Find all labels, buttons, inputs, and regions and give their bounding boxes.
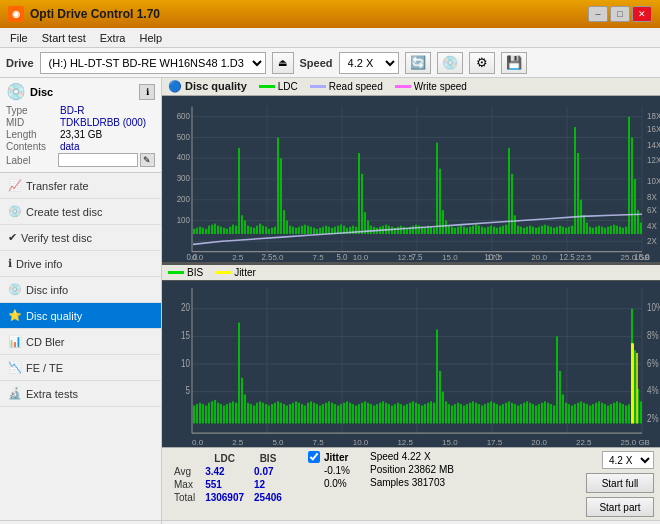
sidebar-item-extra-tests[interactable]: 🔬 Extra tests <box>0 381 161 407</box>
svg-rect-51 <box>235 226 237 234</box>
maximize-button[interactable]: □ <box>610 6 630 22</box>
svg-rect-301 <box>463 406 465 424</box>
start-part-button[interactable]: Start part <box>586 497 654 517</box>
svg-rect-238 <box>274 403 276 424</box>
svg-rect-328 <box>544 401 546 423</box>
svg-rect-66 <box>280 158 282 234</box>
drive-select[interactable]: (H:) HL-DT-ST BD-RE WH16NS48 1.D3 <box>40 52 266 74</box>
disc-type-label: Type <box>6 105 60 116</box>
sidebar-item-disc-info[interactable]: 💿 Disc info <box>0 277 161 303</box>
svg-rect-356 <box>628 404 630 423</box>
jitter-checkbox[interactable] <box>308 451 320 463</box>
disc-icon: 💿 <box>6 82 26 101</box>
svg-rect-288 <box>424 404 426 423</box>
sidebar-item-cd-bler[interactable]: 📊 CD Bler <box>0 329 161 355</box>
svg-rect-265 <box>355 406 357 424</box>
svg-rect-262 <box>346 401 348 423</box>
svg-rect-123 <box>451 227 453 234</box>
svg-rect-164 <box>574 127 576 234</box>
settings-button[interactable]: ⚙ <box>469 52 495 74</box>
menu-start-test[interactable]: Start test <box>36 30 92 46</box>
menu-file[interactable]: File <box>4 30 34 46</box>
svg-rect-137 <box>493 227 495 234</box>
svg-rect-319 <box>517 406 519 424</box>
sidebar-item-create-test-disc[interactable]: 💿 Create test disc <box>0 199 161 225</box>
eject-button[interactable]: ⏏ <box>272 52 294 74</box>
sidebar-item-drive-info[interactable]: ℹ Drive info <box>0 251 161 277</box>
disc-label-label: Label <box>6 155 58 166</box>
jitter-section: Jitter -0.1% 0.0% <box>308 451 350 489</box>
disc-label-input[interactable] <box>58 153 138 167</box>
sidebar-item-transfer-rate[interactable]: 📈 Transfer rate <box>0 173 161 199</box>
svg-rect-151 <box>535 228 537 234</box>
svg-rect-211 <box>193 406 195 424</box>
svg-rect-70 <box>292 227 294 234</box>
svg-rect-183 <box>631 138 633 234</box>
svg-rect-269 <box>367 403 369 424</box>
svg-rect-303 <box>469 403 471 424</box>
disc-info-button[interactable]: ℹ <box>139 84 155 100</box>
svg-rect-78 <box>316 229 318 234</box>
svg-rect-50 <box>232 225 234 234</box>
write-speed-color <box>395 85 411 88</box>
svg-rect-351 <box>613 403 615 424</box>
svg-text:7.5: 7.5 <box>411 253 423 262</box>
svg-rect-60 <box>262 226 264 234</box>
svg-rect-135 <box>487 227 489 234</box>
svg-rect-178 <box>616 226 618 234</box>
svg-rect-215 <box>205 406 207 424</box>
svg-rect-333 <box>559 371 561 424</box>
status-window[interactable]: Status window >> <box>0 520 161 524</box>
window-controls[interactable]: – □ ✕ <box>588 6 652 22</box>
svg-rect-159 <box>559 226 561 234</box>
sidebar-item-label: Disc quality <box>26 310 82 322</box>
close-button[interactable]: ✕ <box>632 6 652 22</box>
svg-rect-42 <box>208 226 210 234</box>
svg-rect-116 <box>430 227 432 234</box>
menu-extra[interactable]: Extra <box>94 30 132 46</box>
svg-rect-128 <box>466 228 468 234</box>
svg-text:200: 200 <box>177 195 191 204</box>
svg-rect-130 <box>472 226 474 234</box>
disc-type-value: BD-R <box>60 105 84 116</box>
svg-rect-96 <box>370 226 372 234</box>
svg-rect-307 <box>481 406 483 424</box>
jitter-header: Jitter <box>308 451 350 463</box>
svg-text:18X: 18X <box>647 112 660 121</box>
disc-button[interactable]: 💿 <box>437 52 463 74</box>
sidebar-item-label: FE / TE <box>26 362 63 374</box>
lower-chart: 20 15 10 5 10% 8% 6% 4% 2% <box>162 281 660 447</box>
menu-help[interactable]: Help <box>133 30 168 46</box>
minimize-button[interactable]: – <box>588 6 608 22</box>
speed-select[interactable]: 4.2 X Max 8 X <box>339 52 399 74</box>
refresh-button[interactable]: 🔄 <box>405 52 431 74</box>
svg-rect-110 <box>412 226 414 234</box>
svg-rect-157 <box>553 228 555 234</box>
transfer-rate-icon: 📈 <box>8 179 22 192</box>
svg-rect-223 <box>229 403 231 424</box>
legend-ldc: LDC <box>259 81 298 92</box>
disc-quality-icon: ⭐ <box>8 309 22 322</box>
sidebar-item-fe-te[interactable]: 📉 FE / TE <box>0 355 161 381</box>
svg-rect-226 <box>238 323 240 424</box>
svg-rect-93 <box>361 174 363 234</box>
svg-rect-76 <box>310 227 312 234</box>
svg-rect-353 <box>619 403 621 424</box>
svg-rect-132 <box>478 226 480 234</box>
col-header-bis: BIS <box>250 453 286 464</box>
start-full-button[interactable]: Start full <box>586 473 654 493</box>
save-button[interactable]: 💾 <box>501 52 527 74</box>
sidebar-item-disc-quality[interactable]: ⭐ Disc quality <box>0 303 161 329</box>
svg-rect-349 <box>607 406 609 424</box>
svg-rect-320 <box>520 404 522 423</box>
disc-label-button[interactable]: ✎ <box>140 153 155 167</box>
svg-text:12.5: 12.5 <box>559 253 575 262</box>
read-speed-color <box>310 85 326 88</box>
stats-row-total: Total 1306907 25406 <box>170 492 286 503</box>
jitter-label-text: Jitter <box>324 452 348 463</box>
svg-rect-260 <box>340 404 342 423</box>
speed-select-stats[interactable]: 4.2 X Max 8 X <box>602 451 654 469</box>
sidebar-item-verify-test-disc[interactable]: ✔ Verify test disc <box>0 225 161 251</box>
svg-rect-308 <box>484 404 486 423</box>
svg-rect-174 <box>604 228 606 234</box>
